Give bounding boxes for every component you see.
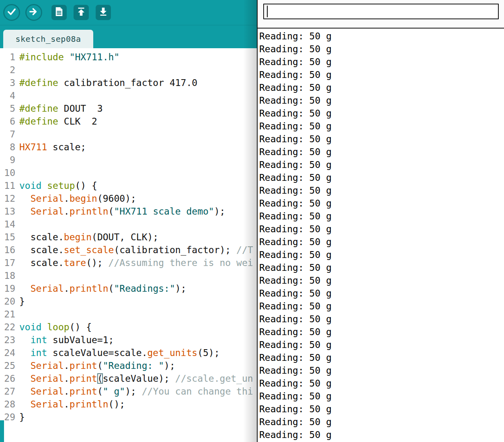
code-token: (9600); xyxy=(97,193,136,204)
open-button[interactable] xyxy=(74,5,89,20)
line-number: 14 xyxy=(0,218,15,231)
tab-bar: sketch_sep08a xyxy=(0,25,258,48)
line-number: 11 xyxy=(0,179,15,192)
line-number: 12 xyxy=(0,192,15,205)
check-icon xyxy=(6,6,17,18)
code-token: scaleValue); xyxy=(103,373,175,384)
serial-line: Reading: 50 g xyxy=(259,68,504,81)
code-token: CLK 2 xyxy=(64,116,97,127)
code-token: calibration_factor 417.0 xyxy=(64,78,197,88)
code-line: 4 xyxy=(0,89,258,102)
code-token: } xyxy=(19,412,25,422)
code-token: subValue=1; xyxy=(47,335,114,345)
serial-line: Reading: 50 g xyxy=(259,145,504,158)
serial-output[interactable]: Reading: 50 gReading: 50 gReading: 50 gR… xyxy=(258,29,504,441)
code-token: //scale.get_un xyxy=(175,373,253,384)
serial-line: Reading: 50 g xyxy=(259,274,504,287)
tab-label: sketch_sep08a xyxy=(15,34,81,44)
code-token: #define xyxy=(19,116,64,127)
code-token: "HX711 scale demo" xyxy=(114,206,214,217)
code-token: println xyxy=(70,206,109,217)
serial-line: Reading: 50 g xyxy=(259,428,504,441)
line-number: 1 xyxy=(0,51,15,63)
code-token: get_units xyxy=(148,348,198,358)
tab-sketch[interactable]: sketch_sep08a xyxy=(3,30,93,48)
code-token: () { xyxy=(70,322,92,332)
code-line: 27 Serial.print(" g"); //You can change … xyxy=(0,385,258,398)
new-sketch-button[interactable] xyxy=(51,5,67,20)
verify-button[interactable] xyxy=(3,4,20,21)
code-token: ( xyxy=(109,206,114,217)
document-icon xyxy=(55,6,64,18)
line-number: 23 xyxy=(0,334,15,346)
code-token: (); xyxy=(109,399,125,409)
code-token xyxy=(19,206,31,217)
code-line: 15 scale.begin(DOUT, CLK); xyxy=(0,231,258,244)
line-number: 25 xyxy=(0,359,15,372)
code-token: scale. xyxy=(19,232,64,242)
text-caret xyxy=(267,6,268,17)
code-token: . xyxy=(64,283,70,294)
code-token: "Readings:" xyxy=(114,283,175,294)
code-line: 19 Serial.println("Readings:"); xyxy=(0,282,258,295)
code-token: (calibration_factor); xyxy=(114,245,236,255)
serial-line: Reading: 50 g xyxy=(259,235,504,248)
serial-line: Reading: 50 g xyxy=(259,248,504,261)
code-token: . xyxy=(64,373,70,384)
serial-line: Reading: 50 g xyxy=(259,30,504,43)
line-number: 13 xyxy=(0,205,15,218)
code-line: 8HX711 scale; xyxy=(0,141,258,153)
code-token xyxy=(19,193,31,204)
code-token: //T xyxy=(236,245,253,255)
serial-line: Reading: 50 g xyxy=(259,390,504,403)
serial-line: Reading: 50 g xyxy=(259,94,504,107)
upload-button[interactable] xyxy=(25,4,42,21)
line-number: 19 xyxy=(0,282,15,295)
code-token: Serial xyxy=(31,373,64,384)
screen: sketch_sep08a 1#include "HX711.h"23#defi… xyxy=(0,0,504,442)
code-token: } xyxy=(19,296,25,307)
line-number: 8 xyxy=(0,141,15,153)
serial-line: Reading: 50 g xyxy=(259,377,504,390)
code-token xyxy=(19,360,31,371)
serial-input-bar xyxy=(258,0,504,29)
code-token: ( xyxy=(109,283,114,294)
code-token: Serial xyxy=(31,283,64,294)
code-token: #define xyxy=(19,103,64,114)
code-token: . xyxy=(64,193,70,204)
line-number: 10 xyxy=(0,166,15,179)
code-line: 17 scale.tare(); //Assuming there is no … xyxy=(0,256,258,269)
code-line: 7 xyxy=(0,128,258,141)
code-line: 5#define DOUT 3 xyxy=(0,102,258,115)
code-line: 9 xyxy=(0,153,258,166)
save-button[interactable] xyxy=(96,5,111,20)
code-token: println xyxy=(70,283,109,294)
line-number: 27 xyxy=(0,385,15,398)
serial-line: Reading: 50 g xyxy=(259,184,504,197)
code-line: 10 xyxy=(0,166,258,179)
serial-line: Reading: 50 g xyxy=(259,55,504,68)
code-token: (DOUT, CLK); xyxy=(92,232,158,242)
code-editor[interactable]: 1#include "HX711.h"23#define calibration… xyxy=(0,48,258,442)
arrow-down-icon xyxy=(98,7,108,18)
code-token: (5); xyxy=(197,348,219,358)
code-token: Serial xyxy=(31,399,64,409)
ide-toolbar xyxy=(0,0,258,25)
code-line: 16 scale.set_scale(calibration_factor); … xyxy=(0,244,258,256)
code-token: print xyxy=(70,360,97,371)
serial-line: Reading: 50 g xyxy=(259,403,504,415)
code-line: 26 Serial.print(scaleValue); //scale.get… xyxy=(0,372,258,385)
serial-monitor-window: Reading: 50 gReading: 50 gReading: 50 gR… xyxy=(257,0,504,442)
serial-line: Reading: 50 g xyxy=(259,300,504,313)
code-token: Serial xyxy=(31,193,64,204)
code-line: 20} xyxy=(0,295,258,308)
serial-send-input[interactable] xyxy=(263,4,499,19)
code-token: Serial xyxy=(31,360,64,371)
code-token: loop xyxy=(47,322,69,332)
line-number: 5 xyxy=(0,102,15,115)
serial-line: Reading: 50 g xyxy=(259,415,504,428)
serial-line: Reading: 50 g xyxy=(259,351,504,364)
arrow-right-icon xyxy=(29,6,39,18)
line-number: 18 xyxy=(0,269,15,282)
code-token: print xyxy=(70,373,97,384)
